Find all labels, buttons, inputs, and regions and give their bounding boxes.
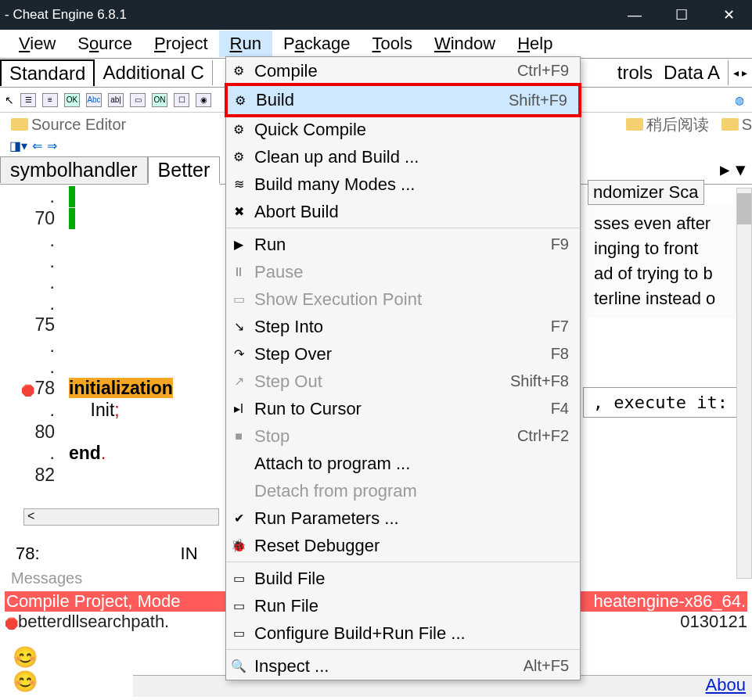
menu-item-build[interactable]: ⚙BuildShift+F9	[225, 83, 581, 117]
minimize-button[interactable]: —	[611, 0, 658, 30]
status-line: 78:	[16, 544, 40, 564]
menu-item-run-parameters-[interactable]: ✔Run Parameters ...	[226, 504, 580, 532]
menu-icon: ▭	[231, 292, 246, 307]
palette-item[interactable]: ☐	[174, 93, 189, 107]
menu-icon: ↷	[231, 346, 246, 361]
tab-standard[interactable]: Standard	[0, 59, 95, 86]
menu-label: Step Into	[254, 317, 543, 337]
menu-item-configure-build-run-file-[interactable]: ▭Configure Build+Run File ...	[226, 619, 580, 647]
menu-label: Configure Build+Run File ...	[254, 623, 561, 644]
menu-label: Quick Compile	[254, 120, 561, 140]
status-icons: 😊😊	[13, 645, 38, 694]
filetab-symbolhandler[interactable]: symbolhandler	[0, 156, 148, 183]
palette-config-icon[interactable]: ◍	[735, 94, 752, 106]
folder-icon	[626, 118, 643, 131]
menu-icon: ▶	[231, 237, 246, 252]
menu-label: Step Over	[254, 344, 543, 364]
messages-title: Messages	[11, 569, 82, 587]
menu-accelerator: F9	[551, 235, 569, 253]
menu-accelerator: F4	[551, 400, 569, 418]
tab-additional[interactable]: Additional C	[95, 60, 212, 85]
menu-item-build-file[interactable]: ▭Build File	[226, 565, 580, 592]
menu-label: Run Parameters ...	[254, 508, 561, 529]
palette-item[interactable]: ◉	[196, 93, 211, 107]
horizontal-scrollbar[interactable]: <	[23, 508, 219, 526]
tab-controls[interactable]: trols	[614, 62, 656, 84]
menu-accelerator: F7	[551, 318, 569, 336]
menu-item-step-into[interactable]: ↘Step IntoF7	[226, 313, 580, 340]
menu-tools[interactable]: Tools	[362, 31, 423, 57]
menu-label: Abort Build	[254, 202, 561, 222]
pointer-icon[interactable]: ↖	[5, 94, 14, 106]
tab-scroll[interactable]: ◂ ▸	[729, 66, 752, 79]
menu-icon: ▭	[231, 598, 246, 613]
menu-bar: View Source Project Run Package Tools Wi…	[0, 30, 752, 58]
menu-icon: ✖	[231, 204, 246, 219]
menu-item-run-to-cursor[interactable]: ▸IRun to CursorF4	[226, 395, 580, 422]
bookmark-s[interactable]: S	[721, 116, 752, 134]
menu-accelerator: Alt+F5	[524, 657, 569, 675]
nav-fwd-icon[interactable]: ⇒	[47, 138, 57, 153]
palette-item[interactable]: ≡	[42, 93, 58, 107]
palette-item[interactable]: ab|	[108, 93, 124, 107]
tab-data[interactable]: Data A	[656, 60, 729, 85]
title-bar: - Cheat Engine 6.8.1 — ☐ ✕	[0, 0, 752, 30]
menu-item-abort-build[interactable]: ✖Abort Build	[226, 198, 580, 225]
error-icon: 🛑	[5, 617, 18, 630]
menu-item-reset-debugger[interactable]: 🐞Reset Debugger	[226, 532, 580, 559]
text-line: inging to front	[594, 236, 746, 261]
palette-item[interactable]: OK	[64, 93, 80, 107]
line-number: 70	[14, 208, 61, 230]
menu-help[interactable]: Help	[506, 31, 563, 57]
menu-project[interactable]: Project	[143, 31, 218, 57]
tab-dropdown-icon[interactable]: ▸ ▾	[714, 158, 752, 181]
palette-item[interactable]: Abc	[86, 93, 102, 107]
menu-item-compile[interactable]: ⚙CompileCtrl+F9	[226, 57, 580, 84]
menu-item-run[interactable]: ▶RunF9	[226, 231, 580, 258]
menu-label: Build	[256, 90, 501, 110]
code-keyword: initialization	[69, 378, 173, 398]
menu-icon: ⏸	[231, 265, 246, 279]
menu-item-step-over[interactable]: ↷Step OverF8	[226, 340, 580, 368]
line-number: 80	[14, 422, 61, 443]
menu-item-quick-compile[interactable]: ⚙Quick Compile	[226, 116, 580, 143]
dropdown-icon[interactable]: ◨▾	[9, 138, 27, 153]
menu-label: Step Out	[254, 372, 502, 392]
menu-icon: ⚙	[231, 63, 246, 78]
menu-label: Show Execution Point	[254, 289, 561, 310]
menu-icon: ▭	[231, 571, 246, 586]
nav-back-icon[interactable]: ⇐	[32, 138, 42, 153]
menu-label: Pause	[254, 262, 561, 282]
palette-item[interactable]: ☰	[20, 93, 36, 107]
menu-label: Build File	[254, 569, 561, 589]
palette-item[interactable]: ON	[152, 93, 167, 107]
maximize-button[interactable]: ☐	[658, 0, 705, 30]
palette-item[interactable]: ▭	[130, 93, 146, 107]
vertical-scrollbar[interactable]	[736, 188, 752, 579]
menu-item-run-file[interactable]: ▭Run File	[226, 592, 580, 619]
menu-icon: ✔	[231, 511, 246, 526]
menu-accelerator: Ctrl+F9	[517, 62, 569, 80]
menu-source[interactable]: Source	[67, 31, 143, 57]
menu-window[interactable]: Window	[423, 31, 506, 57]
right-tab[interactable]: ndomizer Sca	[588, 180, 704, 205]
bookmark-readlater[interactable]: 稍后阅读	[626, 114, 709, 135]
text-line: ad of trying to b	[594, 261, 746, 286]
menu-item-clean-up-and-build-[interactable]: ⚙Clean up and Build ...	[226, 143, 580, 171]
menu-item-pause: ⏸Pause	[226, 258, 580, 285]
bookmark-source[interactable]: Source Editor	[11, 116, 126, 134]
menu-item-detach-from-program: Detach from program	[226, 477, 580, 504]
menu-view[interactable]: View	[8, 31, 67, 57]
about-link[interactable]: Abou	[706, 675, 746, 695]
menu-run[interactable]: Run	[219, 31, 272, 57]
folder-icon	[721, 118, 739, 131]
menu-package[interactable]: Package	[272, 31, 362, 57]
close-button[interactable]: ✕	[705, 0, 752, 30]
menu-item-build-many-modes-[interactable]: ≋Build many Modes ...	[226, 171, 580, 198]
menu-item-attach-to-program-[interactable]: Attach to program ...	[226, 450, 580, 477]
menu-item-inspect-[interactable]: 🔍Inspect ...Alt+F5	[226, 652, 580, 680]
menu-icon: ⚙	[231, 122, 246, 137]
menu-label: Compile	[254, 61, 509, 81]
menu-icon: ↘	[231, 319, 246, 334]
filetab-better[interactable]: Better	[148, 156, 221, 185]
